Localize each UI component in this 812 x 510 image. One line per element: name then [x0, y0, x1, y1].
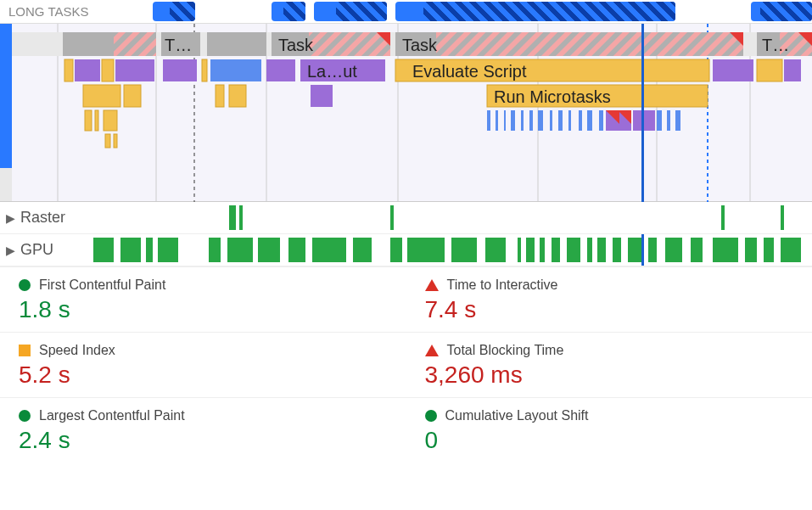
- svg-rect-57: [568, 110, 571, 131]
- metric-tbt[interactable]: Total Blocking Time 3,260 ms: [406, 332, 813, 397]
- flame-row-2: La…ut Evaluate Script: [64, 59, 801, 81]
- metric-cls[interactable]: Cumulative Layout Shift 0: [406, 397, 813, 462]
- metrics-grid: First Contentful Paint 1.8 s Time to Int…: [0, 266, 812, 462]
- svg-rect-30: [163, 59, 197, 81]
- svg-rect-39: [83, 85, 120, 107]
- track-channels: ▶ Raster ▶ GPU: [0, 202, 812, 266]
- svg-rect-68: [105, 134, 110, 148]
- svg-rect-27: [75, 59, 100, 81]
- svg-rect-67: [675, 110, 680, 131]
- svg-rect-40: [124, 85, 141, 107]
- metric-tti[interactable]: Time to Interactive 7.4 s: [406, 266, 813, 332]
- svg-rect-60: [599, 110, 603, 131]
- svg-rect-43: [311, 85, 333, 107]
- svg-rect-50: [504, 110, 506, 131]
- metric-name: First Contentful Paint: [39, 277, 165, 293]
- metric-name: Cumulative Layout Shift: [445, 408, 589, 423]
- metric-name: Time to Interactive: [447, 277, 558, 293]
- task-label-2: Task: [278, 36, 314, 54]
- svg-rect-31: [202, 59, 207, 81]
- svg-rect-13: [114, 32, 156, 56]
- long-tasks-label: LONG TASKS: [0, 4, 153, 19]
- pass-icon: [19, 410, 31, 422]
- metric-name: Largest Contentful Paint: [39, 408, 185, 423]
- pass-icon: [19, 279, 31, 291]
- task-label-4: T…: [762, 36, 789, 54]
- metric-value: 3,260 ms: [425, 361, 798, 389]
- fail-icon: [425, 345, 439, 356]
- metric-fcp[interactable]: First Contentful Paint 1.8 s: [0, 266, 406, 332]
- disclosure-icon[interactable]: ▶: [0, 244, 20, 257]
- svg-rect-53: [529, 110, 533, 131]
- disclosure-icon[interactable]: ▶: [0, 211, 20, 225]
- svg-rect-29: [115, 59, 154, 81]
- svg-rect-41: [216, 85, 224, 107]
- flame-chart[interactable]: T… Task Task T… La…ut Evaluate Script Ru…: [0, 24, 812, 202]
- flame-row-4: [85, 110, 680, 131]
- metric-value: 7.4 s: [425, 296, 798, 323]
- metric-name: Speed Index: [39, 343, 115, 358]
- svg-rect-49: [496, 110, 498, 131]
- svg-rect-28: [102, 59, 114, 81]
- metric-value: 1.8 s: [19, 296, 391, 323]
- metric-name: Total Blocking Time: [447, 343, 564, 358]
- svg-rect-47: [104, 110, 117, 131]
- svg-rect-46: [95, 110, 98, 131]
- task-label-1: T…: [165, 36, 192, 54]
- long-tasks-row: LONG TASKS: [0, 0, 812, 24]
- svg-rect-16: [207, 32, 266, 56]
- svg-rect-21: [436, 32, 743, 56]
- svg-rect-36: [713, 59, 753, 81]
- svg-rect-56: [558, 110, 563, 131]
- gpu-track[interactable]: ▶ GPU: [0, 234, 812, 266]
- svg-rect-64: [633, 110, 655, 131]
- svg-rect-59: [587, 110, 592, 131]
- pass-icon: [425, 410, 437, 422]
- metric-value: 0: [425, 427, 798, 454]
- eval-script-label: Evaluate Script: [412, 62, 527, 81]
- svg-rect-65: [657, 110, 662, 131]
- svg-rect-52: [521, 110, 524, 131]
- metric-value: 5.2 s: [19, 361, 391, 389]
- svg-rect-48: [487, 110, 490, 131]
- raster-track[interactable]: ▶ Raster: [0, 202, 812, 234]
- metric-lcp[interactable]: Largest Contentful Paint 2.4 s: [0, 397, 406, 462]
- svg-rect-18: [309, 32, 390, 56]
- svg-rect-42: [229, 85, 246, 107]
- warn-icon: [19, 345, 31, 356]
- metric-value: 2.4 s: [19, 427, 391, 454]
- svg-rect-32: [210, 59, 261, 81]
- svg-rect-58: [579, 110, 582, 131]
- layout-label: La…ut: [307, 62, 357, 81]
- long-tasks-bars[interactable]: [153, 2, 812, 21]
- svg-rect-37: [757, 59, 782, 81]
- fail-icon: [425, 279, 439, 291]
- svg-rect-33: [266, 59, 295, 81]
- run-microtasks-label: Run Microtasks: [494, 87, 611, 106]
- raster-label: Raster: [20, 209, 80, 227]
- svg-rect-38: [784, 59, 801, 81]
- svg-rect-55: [550, 110, 552, 131]
- svg-rect-26: [64, 59, 73, 81]
- svg-rect-45: [85, 110, 92, 131]
- gpu-label: GPU: [20, 241, 80, 259]
- svg-rect-54: [538, 110, 543, 131]
- metric-si[interactable]: Speed Index 5.2 s: [0, 332, 406, 397]
- svg-rect-69: [114, 134, 117, 148]
- task-label-3: Task: [402, 36, 438, 54]
- svg-rect-51: [511, 110, 515, 131]
- svg-rect-66: [667, 110, 670, 131]
